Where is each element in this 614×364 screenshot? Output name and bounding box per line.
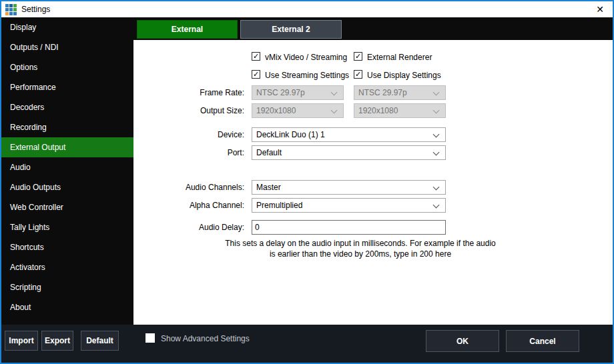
sidebar-item-recording[interactable]: Recording [1,117,133,137]
sidebar-item-activators[interactable]: Activators [1,257,133,277]
sidebar-item-scripting[interactable]: Scripting [1,277,133,297]
frame-rate-select-2: NTSC 29.97p [354,85,446,100]
import-button[interactable]: Import [5,331,38,351]
port-select[interactable]: Default [252,145,446,160]
vmix-video-streaming-checkbox[interactable] [252,52,260,61]
use-display-settings-label: Use Display Settings [367,71,441,80]
default-button[interactable]: Default [81,331,119,351]
external-renderer-checkbox[interactable] [354,52,362,61]
frame-rate-label: Frame Rate: [140,88,244,97]
use-streaming-settings-label: Use Streaming Settings [265,71,349,80]
cancel-button[interactable]: Cancel [506,330,579,352]
audio-channels-select[interactable]: Master [252,180,446,195]
output-size-label: Output Size: [140,106,244,115]
chevron-down-icon [433,107,440,114]
sidebar-item-tally-lights[interactable]: Tally Lights [1,217,133,237]
export-button[interactable]: Export [41,331,73,351]
port-label: Port: [140,148,244,157]
chevron-down-icon [433,202,440,209]
external-output-panel: vMix Video / Streaming External Renderer… [133,40,613,325]
output-size-select-2: 1920x1080 [354,103,446,118]
sidebar-item-display[interactable]: Display [1,17,133,37]
audio-delay-input[interactable] [252,220,446,235]
sidebar-item-external-output[interactable]: External Output [1,137,133,157]
sidebar-item-shortcuts[interactable]: Shortcuts [1,237,133,257]
tab-external[interactable]: External [137,20,238,39]
output-size-select-1: 1920x1080 [252,103,344,118]
use-streaming-settings-checkbox[interactable] [252,70,260,79]
tab-external-2[interactable]: External 2 [240,20,342,39]
show-advanced-settings-checkbox[interactable] [145,333,155,343]
use-display-settings-checkbox[interactable] [354,70,362,79]
alpha-channel-label: Alpha Channel: [140,201,244,210]
sidebar-item-performance[interactable]: Performance [1,77,133,97]
tab-strip: External External 2 [133,17,613,40]
audio-delay-help-text: This sets a delay on the audio input in … [224,239,497,259]
alpha-channel-select[interactable]: Premultiplied [252,198,446,213]
window-title: Settings [21,5,50,14]
vmix-video-streaming-label: vMix Video / Streaming [265,53,347,62]
chevron-down-icon [331,107,338,114]
audio-channels-label: Audio Channels: [140,183,244,192]
ok-button[interactable]: OK [426,330,499,352]
frame-rate-select-1: NTSC 29.97p [252,85,344,100]
external-renderer-label: External Renderer [367,53,432,62]
sidebar-item-audio[interactable]: Audio [1,157,133,177]
sidebar-item-about[interactable]: About [1,297,133,317]
sidebar-item-web-controller[interactable]: Web Controller [1,197,133,217]
titlebar: Settings ✕ [1,1,613,17]
sidebar-item-options[interactable]: Options [1,57,133,77]
chevron-down-icon [433,184,440,191]
settings-window: Settings ✕ Display Outputs / NDI Options… [0,0,614,364]
chevron-down-icon [433,89,440,96]
audio-delay-label: Audio Delay: [140,223,244,232]
sidebar-item-audio-outputs[interactable]: Audio Outputs [1,177,133,197]
chevron-down-icon [433,149,440,156]
sidebar: Display Outputs / NDI Options Performanc… [1,17,133,325]
close-icon[interactable]: ✕ [590,1,610,17]
vmix-logo-icon [5,4,17,15]
sidebar-item-decoders[interactable]: Decoders [1,97,133,117]
sidebar-item-outputs-ndi[interactable]: Outputs / NDI [1,37,133,57]
device-label: Device: [140,130,244,139]
chevron-down-icon [331,89,338,96]
chevron-down-icon [433,131,440,138]
show-advanced-settings-label: Show Advanced Settings [161,334,250,343]
footer-bar: Import Export Default Show Advanced Sett… [1,325,613,363]
device-select[interactable]: DeckLink Duo (1) 1 [252,127,446,142]
